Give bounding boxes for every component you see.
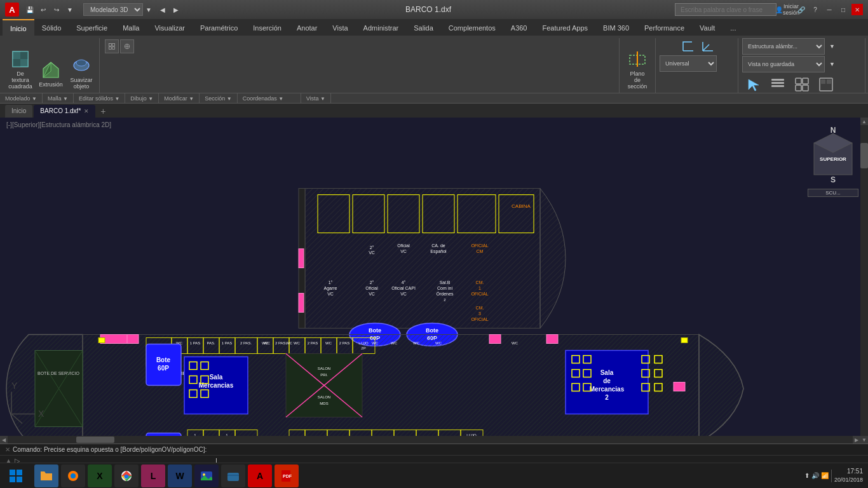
tab-a360[interactable]: A360	[503, 19, 535, 36]
connect-btn[interactable]: 🔗	[796, 4, 807, 15]
horizontal-scrollbar[interactable]: ◀ ▶	[0, 436, 860, 444]
btn-vista-name-more[interactable]: ▼	[827, 60, 837, 69]
btn-capas[interactable]	[766, 74, 789, 97]
tab-performance[interactable]: Performance	[637, 19, 692, 36]
group-label-modificar[interactable]: Modificar ▼	[159, 93, 200, 103]
svg-point-8	[76, 60, 86, 66]
svg-text:VC: VC	[369, 250, 375, 255]
group-label-editar[interactable]: Editar sólidos ▼	[74, 93, 125, 103]
tab-vault[interactable]: Vault	[692, 19, 722, 36]
doc-tab-barco-close[interactable]: ✕	[84, 105, 89, 118]
btn-seleccion[interactable]	[742, 74, 765, 97]
coord-dropdown[interactable]: Universal	[660, 55, 717, 72]
svg-text:1: 1	[478, 286, 481, 290]
doc-tab-barco[interactable]: BARCO 1.dxf* ✕	[34, 105, 95, 118]
doc-tab-inicio[interactable]: Inicio	[5, 105, 32, 118]
svg-text:2 PAS.: 2 PAS.	[240, 341, 252, 345]
taskbar-app-excel[interactable]: X	[88, 464, 112, 487]
svg-text:WC: WC	[391, 341, 398, 345]
taskbar-app-autocad[interactable]: A	[248, 464, 272, 487]
help-btn[interactable]: ?	[810, 4, 821, 15]
viewport[interactable]: [-][Superior][Estructura alámbrica 2D]	[0, 118, 868, 444]
tab-anotar[interactable]: Anotar	[289, 19, 325, 36]
group-label-vista[interactable]: Vista ▼	[301, 93, 331, 103]
group-label-seccion[interactable]: Sección ▼	[200, 93, 237, 103]
tab-featured-apps[interactable]: Featured Apps	[535, 19, 596, 36]
group-label-modelado[interactable]: Modelado ▼	[0, 93, 43, 103]
btn-textura-cuadrada[interactable]: De texturacuadrada	[6, 47, 34, 92]
start-button[interactable]	[0, 463, 32, 489]
taskbar-app-photos[interactable]	[194, 464, 219, 487]
ship-drawing: 2° VC Oficial VC CA. de Español OFICIAL …	[0, 118, 868, 444]
taskbar-app-explorer[interactable]	[34, 464, 58, 487]
qa-undo-btn[interactable]: ↩	[37, 4, 49, 15]
btn-grupos[interactable]	[790, 74, 813, 97]
tab-superficie[interactable]: Superficie	[69, 19, 115, 36]
vertical-scrollbar[interactable]: ▲ ▼	[860, 118, 868, 444]
taskbar-app-pdf[interactable]: PDF	[275, 464, 299, 487]
tab-administrar[interactable]: Administrar	[356, 19, 407, 36]
qa-save-btn[interactable]: 💾	[24, 4, 36, 15]
taskbar-app-firefox[interactable]	[61, 464, 85, 487]
textura-icon	[10, 49, 31, 69]
tab-complementos[interactable]: Complementos	[441, 19, 503, 36]
group-label-dibujo[interactable]: Dibujo ▼	[125, 93, 159, 103]
doc-tab-add-btn[interactable]: +	[97, 105, 109, 118]
btn-coord1[interactable]	[679, 38, 697, 53]
group-label-coordenadas[interactable]: Coordenadas ▼	[238, 93, 301, 103]
svg-rect-199	[674, 383, 685, 391]
qa-redo-btn[interactable]: ↪	[51, 4, 62, 15]
btn-vista-style-more[interactable]: ▼	[827, 42, 837, 51]
btn-vista-big[interactable]	[815, 74, 837, 97]
nav-fwd-btn[interactable]: ▶	[170, 4, 182, 15]
user-menu-btn[interactable]: 👤 Iniciar sesión	[782, 4, 793, 15]
svg-text:CABINA: CABINA	[512, 203, 531, 209]
tab-visualizar[interactable]: Visualizar	[147, 19, 193, 36]
tab-insercion[interactable]: Inserción	[245, 19, 289, 36]
tab-parametrico[interactable]: Paramétrico	[193, 19, 245, 36]
vista-name-dropdown[interactable]: Vista no guardada	[742, 56, 825, 72]
restore-btn[interactable]: □	[837, 4, 849, 15]
btn-mesh-tool1[interactable]	[105, 39, 119, 53]
svg-rect-26	[796, 85, 801, 91]
workspace-arrow-btn[interactable]: ▼	[143, 4, 154, 15]
svg-text:SALON: SALON	[318, 395, 330, 399]
svg-rect-10	[112, 44, 115, 46]
scu-button[interactable]: SCU...	[808, 189, 858, 197]
btn-extrusion[interactable]: Extrusión	[37, 56, 65, 92]
btn-mesh-tool2[interactable]	[120, 39, 134, 53]
sys-tray-icons: ⬆ 🔊 📶	[804, 472, 829, 479]
taskbar-app-unknown2[interactable]	[221, 464, 245, 487]
ribbon-group-coord: Universal	[656, 38, 738, 93]
svg-text:Com íni: Com íni	[437, 286, 453, 290]
tab-inicio[interactable]: Inicio	[3, 19, 34, 36]
vista-style-dropdown[interactable]: Estructura alámbr...	[742, 38, 825, 55]
command-text: Comando: Precise esquina opuesta o [Bord…	[13, 446, 207, 453]
workspace-dropdown[interactable]: Modelado 3D	[83, 3, 143, 16]
taskbar-app-chrome[interactable]	[114, 464, 139, 487]
svg-text:OFICIAL: OFICIAL	[471, 317, 488, 322]
nav-back-btn[interactable]: ◀	[157, 4, 168, 15]
svg-rect-202	[98, 338, 105, 343]
taskbar-app-unknown1[interactable]: L	[141, 464, 165, 487]
plano-seccion-label: Planode sección	[625, 71, 650, 90]
svg-text:Bote: Bote	[426, 327, 438, 334]
minimize-btn[interactable]: ─	[824, 4, 835, 15]
tab-vista[interactable]: Vista	[325, 19, 355, 36]
tab-bim360[interactable]: BIM 360	[595, 19, 637, 36]
tab-more[interactable]: ...	[722, 19, 743, 36]
taskbar-app-word[interactable]: W	[168, 464, 192, 487]
svg-rect-22	[771, 85, 784, 87]
tab-solido[interactable]: Sólido	[34, 19, 69, 36]
search-input[interactable]	[675, 3, 776, 16]
btn-coord2[interactable]	[699, 38, 717, 53]
close-window-btn[interactable]: ✕	[851, 4, 863, 15]
btn-suavizar-objeto[interactable]: Suavizarobjeto	[67, 53, 95, 92]
group-label-malla[interactable]: Malla ▼	[43, 93, 74, 103]
tab-malla[interactable]: Malla	[115, 19, 147, 36]
btn-plano-seccion[interactable]: Planode sección	[623, 47, 651, 92]
command-close-btn[interactable]: ✕	[5, 446, 10, 453]
svg-text:1 PAS: 1 PAS	[190, 341, 201, 345]
qa-more-btn[interactable]: ▼	[64, 4, 76, 15]
tab-salida[interactable]: Salida	[406, 19, 441, 36]
